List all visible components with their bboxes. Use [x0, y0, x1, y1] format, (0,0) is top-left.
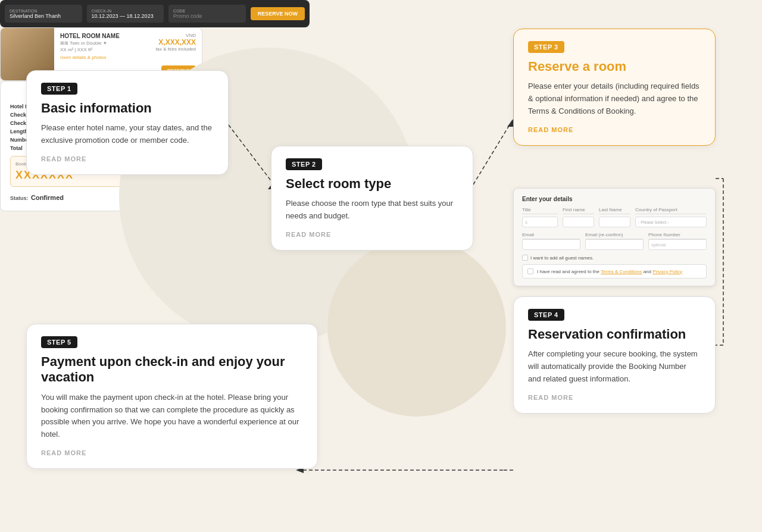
step5-description: You will make the payment upon check-in …: [41, 392, 303, 441]
email-confirm-field: [585, 239, 644, 250]
step1-description: Please enter hotel name, your stay dates…: [41, 122, 214, 147]
step4-title: Reservation confirmation: [528, 327, 701, 342]
step5-read-more[interactable]: READ MORE: [41, 449, 303, 456]
step5-title: Payment upon check-in and enjoy your vac…: [41, 354, 303, 386]
phone-col: Phone Number optional: [648, 232, 707, 250]
step2-read-more[interactable]: READ MORE: [286, 231, 458, 238]
step4-description: After completing your secure booking, th…: [528, 348, 701, 385]
room-size: XX m² | XXX ft²: [60, 47, 143, 52]
status-value: Confirmed: [31, 194, 64, 201]
terms-link[interactable]: Terms & Conditions: [601, 269, 642, 274]
room-icons: ⊞⊞: [60, 40, 68, 46]
reserve-now-button[interactable]: RESERVE NOW: [251, 7, 305, 20]
details-form-preview: Enter your details Title First name Last…: [513, 188, 716, 286]
step4-read-more[interactable]: READ MORE: [528, 394, 701, 401]
step1-card: STEP 1 Basic information Please enter ho…: [26, 70, 229, 175]
firstname-field: [563, 217, 594, 227]
title-field: s: [522, 217, 558, 227]
bg-shape-2: [327, 238, 506, 417]
col-lastname: Last Name: [599, 207, 630, 214]
code-field: CODE Promo code: [168, 5, 246, 23]
details-grid: Title First name Last Name Country of Pa…: [522, 207, 707, 227]
email-confirm-col: Email (re-confirm): [585, 232, 644, 250]
checkin-value: 10.12.2023 — 18.12.2023: [92, 13, 160, 19]
guest-names-label: I want to add all guest names.: [530, 255, 594, 261]
col-country: Country of Passport: [635, 207, 707, 214]
destination-value: Silverland Ben Thanh: [10, 13, 77, 19]
step3-card: STEP 3 Reserve a room Please enter your …: [513, 29, 716, 146]
checkin-field: CHECK-IN 10.12.2023 — 18.12.2023: [87, 5, 164, 23]
agree-text: I have read and agreed to the Terms & Co…: [537, 269, 682, 274]
total-label: Total: [10, 145, 23, 151]
agree-bar: I have read and agreed to the Terms & Co…: [522, 264, 707, 278]
details-form-title: Enter your details: [522, 196, 707, 202]
lastname-field: [599, 217, 630, 227]
destination-field: DESTINATION Silverland Ben Thanh: [5, 5, 82, 23]
email-col: Email: [522, 232, 580, 250]
privacy-link[interactable]: Privacy Policy: [652, 269, 682, 274]
step3-description: Please enter your details (including req…: [528, 80, 701, 117]
room-details-link[interactable]: room details & photos: [60, 55, 143, 60]
phone-field: optional: [648, 239, 707, 250]
code-label: CODE: [173, 9, 241, 13]
step3-badge: STEP 3: [528, 41, 564, 53]
step3-read-more[interactable]: READ MORE: [528, 126, 701, 133]
code-value: Promo code: [173, 13, 241, 19]
col-title: Title: [522, 207, 558, 214]
room-type: ⊞⊞ Twin or Double ✦: [60, 40, 143, 46]
step1-badge: STEP 1: [41, 83, 77, 95]
checkin-label: CHECK-IN: [92, 9, 160, 13]
room-name: HOTEL ROOM NAME: [60, 33, 143, 39]
details-row2: Email Email (re-confirm) Phone Number op…: [522, 232, 707, 250]
step4-badge: STEP 4: [528, 309, 564, 321]
search-bar-preview: DESTINATION Silverland Ben Thanh CHECK-I…: [0, 0, 310, 27]
col-firstname: First name: [563, 207, 594, 214]
guest-names-row: I want to add all guest names.: [522, 255, 707, 261]
wifi-icon: ✦: [103, 40, 107, 46]
guest-names-checkbox[interactable]: [522, 255, 528, 261]
step1-read-more[interactable]: READ MORE: [41, 155, 214, 162]
agree-checkbox[interactable]: [527, 268, 533, 274]
country-field: - Please Select -: [635, 217, 707, 227]
step5-badge: STEP 5: [41, 336, 77, 348]
step5-card: STEP 5 Payment upon check-in and enjoy y…: [26, 324, 318, 469]
email-field: [522, 239, 580, 250]
step2-title: Select room type: [286, 176, 458, 192]
destination-label: DESTINATION: [10, 9, 77, 13]
svg-line-1: [473, 119, 513, 184]
step2-description: Please choose the room type that best su…: [286, 198, 458, 223]
step2-badge: STEP 2: [286, 158, 322, 170]
step4-card: STEP 4 Reservation confirmation After co…: [513, 296, 716, 414]
price-note: tax & fees included: [155, 46, 196, 52]
price-value: X,XXX,XXX: [155, 38, 196, 46]
step3-title: Reserve a room: [528, 59, 701, 74]
step1-title: Basic information: [41, 101, 214, 116]
price-currency: VND: [155, 33, 196, 38]
status-label: Status:: [10, 195, 29, 201]
step2-card: STEP 2 Select room type Please choose th…: [271, 146, 473, 251]
